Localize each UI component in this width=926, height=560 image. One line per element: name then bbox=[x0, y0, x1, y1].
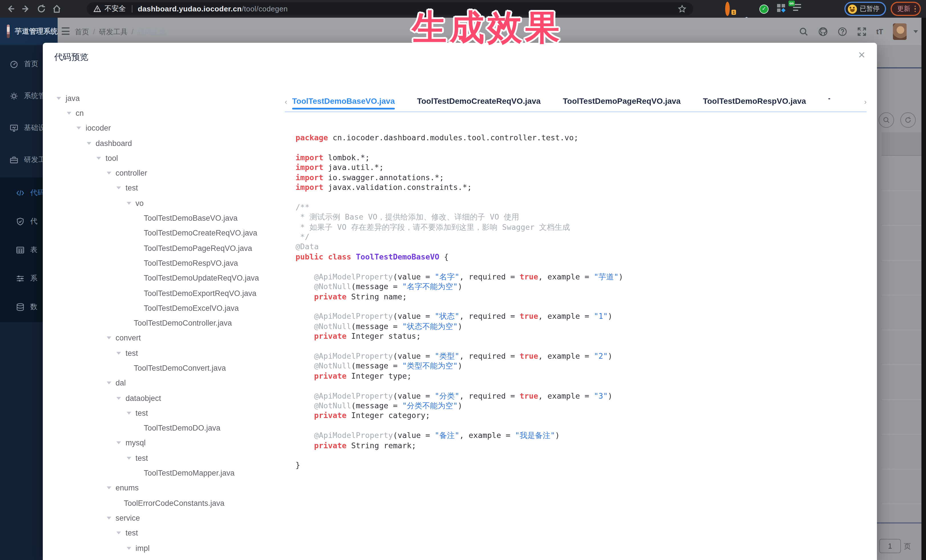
tree-folder[interactable]: convert bbox=[56, 331, 285, 346]
breadcrumb-home[interactable]: 首页 bbox=[75, 28, 89, 36]
extension-blocker-icon[interactable]: 1 bbox=[725, 4, 735, 14]
tree-folder[interactable]: service bbox=[56, 511, 285, 526]
github-icon[interactable] bbox=[818, 27, 828, 36]
tree-label: ToolTestDemoPageReqVO.java bbox=[144, 244, 252, 252]
tab-tooltestdemopagereqvo-java[interactable]: ToolTestDemoPageReqVO.java bbox=[563, 93, 681, 112]
sidebar-item-label: 首页 bbox=[24, 59, 38, 69]
reload-icon[interactable] bbox=[36, 4, 46, 14]
extensions-area: 1 ✓ on 已暂停 更新 bbox=[725, 0, 926, 18]
table-icon bbox=[16, 246, 24, 254]
tree-file[interactable]: ToolTestDemoExportReqVO.java bbox=[56, 286, 285, 301]
tree-folder[interactable]: java bbox=[56, 91, 285, 106]
tree-folder[interactable]: controller bbox=[56, 166, 285, 181]
caret-down-icon bbox=[106, 172, 111, 175]
browser-menu-icon[interactable] bbox=[914, 6, 916, 12]
home-icon[interactable] bbox=[52, 4, 62, 14]
fullscreen-icon[interactable] bbox=[857, 27, 866, 36]
tabs-scroll-left-icon[interactable]: ‹ bbox=[285, 98, 287, 106]
bookmark-star-icon[interactable] bbox=[678, 5, 686, 13]
page-unit-label: 页 bbox=[904, 542, 911, 551]
forward-icon[interactable] bbox=[21, 4, 31, 14]
monitor-icon bbox=[10, 124, 18, 132]
caret-down-icon bbox=[126, 546, 131, 549]
tab-tooltestdemorespvo-java[interactable]: ToolTestDemoRespVO.java bbox=[703, 93, 806, 112]
tab-tooltestdemobasevo-java[interactable]: ToolTestDemoBaseVO.java bbox=[292, 93, 395, 112]
tree-folder[interactable]: vo bbox=[56, 196, 285, 211]
page-number-input[interactable]: 1 bbox=[879, 539, 901, 553]
gear-icon bbox=[10, 92, 18, 100]
tree-file[interactable]: ToolTestDemoPageReqVO.java bbox=[56, 241, 285, 256]
tree-folder[interactable]: impl bbox=[56, 540, 285, 556]
back-icon[interactable] bbox=[6, 4, 15, 14]
caret-down-icon bbox=[106, 517, 111, 519]
browser-profile-chip[interactable]: 已暂停 bbox=[844, 2, 886, 16]
tree-file[interactable]: ToolTestDemoBaseVO.java bbox=[56, 211, 285, 226]
tree-folder[interactable]: test bbox=[56, 406, 285, 421]
tab-toolte[interactable]: ToolTe bbox=[828, 93, 830, 112]
breadcrumb-separator: / bbox=[132, 28, 133, 36]
dashboard-icon bbox=[10, 60, 18, 68]
background-table-row-divider bbox=[882, 295, 926, 295]
tab-tooltestdemocreatereqvo-java[interactable]: ToolTestDemoCreateReqVO.java bbox=[417, 93, 540, 112]
code-block[interactable]: package cn.iocoder.dashboard.modules.too… bbox=[295, 133, 623, 471]
tree-file[interactable]: ToolTestDemoServiceImpl.java bbox=[56, 555, 285, 560]
security-label[interactable]: 不安全 bbox=[104, 4, 126, 14]
caret-down-icon bbox=[126, 412, 131, 415]
url-text[interactable]: dashboard.yudao.iocoder.cn/tool/codegen bbox=[138, 5, 288, 13]
tree-folder[interactable]: tool bbox=[56, 151, 285, 166]
tree-folder[interactable]: test bbox=[56, 181, 285, 196]
background-table-row-divider bbox=[882, 260, 926, 261]
background-table-header bbox=[882, 132, 926, 156]
tree-folder[interactable]: iocoder bbox=[56, 121, 285, 136]
tree-file[interactable]: ToolTestDemoRespVO.java bbox=[56, 256, 285, 271]
tree-label: ToolTestDemoBaseVO.java bbox=[144, 214, 238, 222]
help-icon[interactable] bbox=[837, 27, 847, 36]
database-icon bbox=[16, 302, 24, 311]
close-icon[interactable]: ✕ bbox=[858, 51, 865, 60]
tree-label: test bbox=[126, 349, 138, 357]
tree-file[interactable]: ToolErrorCodeConstants.java bbox=[56, 495, 285, 511]
modal-title: 代码预览 bbox=[54, 52, 88, 63]
search-icon[interactable] bbox=[799, 27, 808, 36]
tree-folder[interactable]: mysql bbox=[56, 436, 285, 451]
tree-folder[interactable]: dashboard bbox=[56, 136, 285, 151]
user-avatar[interactable] bbox=[893, 23, 906, 40]
tabs-scroll-right-icon[interactable]: › bbox=[864, 98, 867, 106]
breadcrumb-tools[interactable]: 研发工具 bbox=[99, 28, 127, 36]
table-search-button[interactable] bbox=[879, 112, 894, 128]
caret-down-icon bbox=[117, 352, 121, 355]
background-table-border bbox=[877, 522, 926, 524]
extension-paw-icon[interactable] bbox=[827, 4, 837, 14]
tree-file[interactable]: ToolTestDemoUpdateReqVO.java bbox=[56, 270, 285, 286]
extension-green-icon[interactable]: ✓ bbox=[760, 4, 769, 14]
tree-file[interactable]: ToolTestDemoController.java bbox=[56, 315, 285, 331]
tree-folder[interactable]: enums bbox=[56, 480, 285, 495]
extension-grid-icon[interactable] bbox=[776, 4, 786, 14]
tree-label: ToolTestDemoCreateReqVO.java bbox=[144, 229, 257, 237]
tree-folder[interactable]: dataobject bbox=[56, 391, 285, 406]
font-size-icon[interactable]: tT bbox=[876, 27, 883, 36]
tree-folder[interactable]: test bbox=[56, 525, 285, 540]
tree-label: dal bbox=[115, 379, 126, 388]
tree-label: ToolTestDemoMapper.java bbox=[144, 469, 235, 477]
tree-label: test bbox=[136, 409, 148, 417]
tree-file[interactable]: ToolTestDemoCreateReqVO.java bbox=[56, 225, 285, 241]
browser-update-button[interactable]: 更新 bbox=[890, 2, 921, 16]
tree-folder[interactable]: test bbox=[56, 346, 285, 361]
sidebar-collapse-icon[interactable] bbox=[62, 27, 70, 35]
tree-file[interactable]: ToolTestDemoConvert.java bbox=[56, 361, 285, 376]
tree-file[interactable]: ToolTestDemoDO.java bbox=[56, 421, 285, 436]
extension-pin-icon[interactable] bbox=[742, 4, 752, 14]
address-bar[interactable]: 不安全 dashboard.yudao.iocoder.cn/tool/code… bbox=[87, 2, 693, 15]
tree-file[interactable]: ToolTestDemoMapper.java bbox=[56, 466, 285, 481]
table-refresh-button[interactable] bbox=[900, 112, 916, 128]
tree-folder[interactable]: dal bbox=[56, 376, 285, 391]
tree-folder[interactable]: cn bbox=[56, 106, 285, 121]
tree-file[interactable]: ToolTestDemoExcelVO.java bbox=[56, 300, 285, 315]
sidebar-item-label: 代 bbox=[30, 216, 37, 226]
caret-down-icon bbox=[117, 397, 121, 400]
tree-folder[interactable]: test bbox=[56, 450, 285, 466]
extension-list-on-icon[interactable]: on bbox=[793, 4, 803, 14]
chevron-down-icon[interactable] bbox=[914, 30, 918, 33]
extension-leaf-icon[interactable] bbox=[810, 4, 820, 14]
